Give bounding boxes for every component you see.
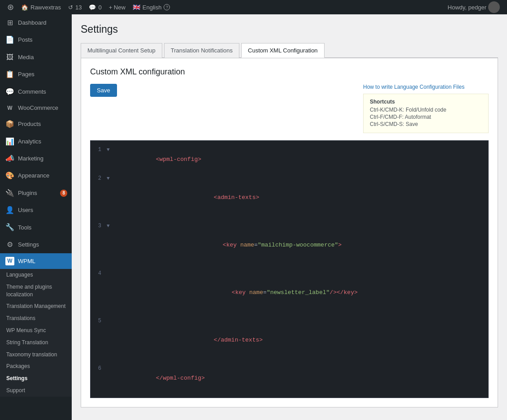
comments-icon: 💬 (5, 87, 14, 97)
sidebar-item-plugins[interactable]: 🔌 Plugins 8 (0, 185, 72, 202)
adminbar-user[interactable]: Howdy, pedger (448, 1, 503, 13)
sidebar-item-users[interactable]: 👤 Users (0, 202, 72, 219)
settings-icon: ⚙ (5, 240, 14, 250)
submenu-translation-management[interactable]: Translation Management (0, 300, 72, 312)
sidebar-item-wpml[interactable]: W WPML (0, 253, 72, 269)
config-left: Save (90, 84, 354, 133)
sidebar-item-media[interactable]: 🖼 Media (0, 49, 72, 66)
sidebar-item-pages[interactable]: 📋 Pages (0, 66, 72, 83)
settings-box: Custom XML configuration Save How to wri… (81, 58, 498, 407)
adminbar-language[interactable]: 🇬🇧 English ? (129, 0, 174, 14)
shortcut-item-2: Ctrl-S/CMD-S: Save (370, 121, 482, 127)
submenu-theme-plugins[interactable]: Theme and plugins localization (0, 281, 72, 301)
appearance-icon: 🎨 (5, 171, 14, 181)
code-line-1: 1 ▼ <wpml-config> (91, 145, 488, 174)
adminbar-site-icon: 🏠 (21, 4, 28, 11)
submenu-languages[interactable]: Languages (0, 269, 72, 281)
dashboard-icon: ⊞ (5, 18, 14, 28)
arrow-2: ▼ (107, 175, 113, 183)
code-line-4: 4 ▼ <key name="newsletter_label"/></key> (91, 269, 488, 316)
sidebar-item-posts[interactable]: 📄 Posts (0, 31, 72, 48)
how-to-link[interactable]: How to write Language Configuration File… (363, 84, 489, 90)
shortcuts-title: Shortcuts (370, 99, 482, 105)
code-line-6: 6 ▼ </wpml-config> (91, 364, 488, 393)
wp-logo-icon: ⊛ (7, 2, 14, 12)
comments-icon: 💬 (89, 4, 96, 11)
tools-icon: 🔧 (5, 222, 14, 232)
page-title: Settings (81, 23, 498, 35)
wpml-submenu: Languages Theme and plugins localization… (0, 269, 72, 397)
marketing-icon: 📣 (5, 154, 14, 164)
settings-tabs: Multilingual Content Setup Translation N… (81, 43, 498, 58)
sidebar-item-marketing[interactable]: 📣 Marketing (0, 150, 72, 167)
shortcuts-box: Shortcuts Ctrl-K/CMD-K: Fold/Unfold code… (363, 94, 489, 133)
media-icon: 🖼 (5, 52, 14, 62)
submenu-taxonomy-translation[interactable]: Taxonomy translation (0, 349, 72, 361)
sidebar-item-woocommerce[interactable]: W WooCommerce (0, 100, 72, 116)
submenu-packages[interactable]: Packages (0, 360, 72, 372)
sidebar-item-dashboard[interactable]: ⊞ Dashboard (0, 14, 72, 31)
user-avatar (488, 1, 500, 13)
section-title: Custom XML configuration (90, 67, 489, 77)
wpml-icon: W (5, 257, 14, 265)
submenu-settings[interactable]: Settings (0, 372, 72, 385)
code-line-2: 2 ▼ <admin-texts> (91, 174, 488, 221)
plugins-badge: 8 (60, 190, 67, 197)
plugins-icon: 🔌 (5, 188, 14, 198)
adminbar-revisions[interactable]: ↺ 13 (65, 0, 85, 14)
sidebar-item-tools[interactable]: 🔧 Tools (0, 219, 72, 236)
submenu-string-translation[interactable]: String Translation (0, 337, 72, 349)
help-icon: ? (164, 4, 170, 10)
main-content: Settings Multilingual Content Setup Tran… (72, 14, 507, 420)
adminbar-wp-logo[interactable]: ⊛ (4, 0, 17, 14)
revisions-icon: ↺ (68, 4, 73, 11)
tab-custom-xml[interactable]: Custom XML Configuration (241, 43, 325, 58)
code-editor[interactable]: 1 ▼ <wpml-config> 2 ▼ <admin-texts> (90, 140, 489, 398)
sidebar-item-appearance[interactable]: 🎨 Appearance (0, 167, 72, 184)
config-right: How to write Language Configuration File… (363, 84, 489, 133)
adminbar-new[interactable]: + New (105, 0, 129, 14)
adminbar-comments[interactable]: 💬 0 (85, 0, 105, 14)
submenu-support[interactable]: Support (0, 385, 72, 397)
adminbar-site-name[interactable]: 🏠 Rawvextras (17, 0, 65, 14)
admin-bar: ⊛ 🏠 Rawvextras ↺ 13 💬 0 + New 🇬🇧 English… (0, 0, 507, 14)
sidebar-item-products[interactable]: 📦 Products (0, 116, 72, 133)
tab-translation-notifications[interactable]: Translation Notifications (164, 43, 239, 58)
arrow-3: ▼ (107, 222, 113, 230)
sidebar-item-settings[interactable]: ⚙ Settings (0, 236, 72, 253)
config-layout: Save How to write Language Configuration… (90, 84, 489, 133)
submenu-wp-menus-sync[interactable]: WP Menus Sync (0, 325, 72, 337)
code-line-3: 3 ▼ <key name="mailchimp-woocommerce"> (91, 221, 488, 269)
code-line-5: 5 ▼ </admin-texts> (91, 316, 488, 364)
sidebar-item-comments[interactable]: 💬 Comments (0, 83, 72, 100)
users-icon: 👤 (5, 205, 14, 215)
pages-icon: 📋 (5, 69, 14, 79)
woocommerce-icon: W (5, 104, 14, 112)
sidebar-item-analytics[interactable]: 📊 Analytics (0, 133, 72, 150)
admin-menu: ⊞ Dashboard 📄 Posts 🖼 Media 📋 Pages 💬 Co… (0, 14, 72, 420)
posts-icon: 📄 (5, 35, 14, 45)
arrow-1: ▼ (107, 146, 113, 154)
wp-content: ⊞ Dashboard 📄 Posts 🖼 Media 📋 Pages 💬 Co… (0, 14, 507, 420)
save-button[interactable]: Save (90, 84, 117, 97)
flag-icon: 🇬🇧 (133, 4, 140, 11)
analytics-icon: 📊 (5, 137, 14, 147)
tab-multilingual[interactable]: Multilingual Content Setup (81, 43, 162, 58)
shortcut-item-0: Ctrl-K/CMD-K: Fold/Unfold code (370, 107, 482, 113)
products-icon: 📦 (5, 119, 14, 129)
submenu-translations[interactable]: Translations (0, 312, 72, 325)
shortcut-item-1: Ctrl-F/CMD-F: Autoformat (370, 114, 482, 120)
